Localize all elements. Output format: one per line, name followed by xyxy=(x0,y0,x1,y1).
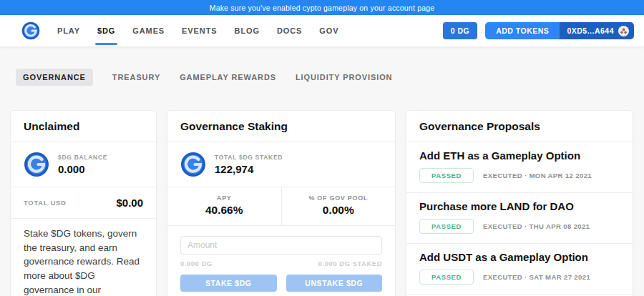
wallet-address-text: 0XD5...A644 xyxy=(567,26,614,35)
total-usd-value: $0.00 xyxy=(116,197,143,209)
proposal-date: EXECUTED · MON APR 12 2021 xyxy=(483,172,592,179)
unclaimed-card-title: Unclaimed xyxy=(11,111,156,142)
dg-balance-value: 0.000 xyxy=(58,163,107,175)
nav-item-events[interactable]: EVENTS xyxy=(182,26,217,35)
governance-description: Stake $DG tokens, govern the treasury, a… xyxy=(11,219,156,296)
cards-container: Unclaimed $DG BALANCE 0.000 TOTAL USD xyxy=(0,85,644,296)
staked-dg-hint: 0.000 DG STAKED xyxy=(318,260,382,267)
governance-proposals-card: Governance Proposals Add ETH as a Gamepl… xyxy=(406,110,633,296)
tab-governance[interactable]: GOVERNANCE xyxy=(16,69,93,86)
nav-item-play[interactable]: PLAY xyxy=(57,26,80,35)
wallet-address-button[interactable]: 0XD5...A644 xyxy=(560,22,634,39)
page: Make sure you've enabled cypto gameplay … xyxy=(0,0,644,296)
unstake-dg-button[interactable]: UNSTAKE $DG xyxy=(286,275,383,292)
status-badge: PASSED xyxy=(419,219,474,234)
navbar: PLAY $DG GAMES EVENTS BLOG DOCS GOV 0 DG… xyxy=(0,15,644,47)
nav-item-gov[interactable]: GOV xyxy=(319,26,338,35)
nav-items: PLAY $DG GAMES EVENTS BLOG DOCS GOV xyxy=(40,26,338,35)
dg-balance-label: $DG BALANCE xyxy=(58,154,107,161)
apy-label: APY xyxy=(167,194,281,202)
dg-coin-icon xyxy=(24,152,49,177)
top-notice-banner: Make sure you've enabled cypto gameplay … xyxy=(0,0,644,15)
governance-staking-card: Governance Staking TOTAL $DG STAKED 122,… xyxy=(167,110,396,296)
nav-item-dg[interactable]: $DG xyxy=(97,26,115,35)
staking-hints-row: 0.000 DG 0.000 DG STAKED xyxy=(180,260,382,267)
dg-balance-button[interactable]: 0 DG xyxy=(443,22,478,39)
proposal-date: EXECUTED · SAT MAR 27 2021 xyxy=(483,273,590,281)
dg-balance-meta: $DG BALANCE 0.000 xyxy=(58,154,107,175)
status-badge: PASSED xyxy=(419,168,474,183)
staking-card-title: Governance Staking xyxy=(167,111,395,142)
wallet-avatar-icon xyxy=(618,26,629,36)
add-tokens-button[interactable]: ADD TOKENS xyxy=(485,22,560,39)
unclaimed-card: Unclaimed $DG BALANCE 0.000 TOTAL USD xyxy=(10,110,157,296)
app-logo-icon[interactable] xyxy=(21,21,40,40)
proposal-row[interactable]: Add USDT as a Gameplay Option PASSED EXE… xyxy=(406,244,633,294)
tab-liquidity-provision[interactable]: LIQUIDITY PROVISION xyxy=(296,73,392,82)
divider xyxy=(406,294,633,295)
total-staked-meta: TOTAL $DG STAKED 122,974 xyxy=(215,154,283,175)
dg-balance-row: $DG BALANCE 0.000 xyxy=(11,142,156,187)
amount-input[interactable] xyxy=(180,236,382,255)
description-text: Stake $DG tokens, govern the treasury, a… xyxy=(24,228,140,295)
proposal-row[interactable]: Add ETH as a Gameplay Option PASSED EXEC… xyxy=(406,142,633,192)
proposal-meta: PASSED EXECUTED · SAT MAR 27 2021 xyxy=(419,270,620,285)
proposal-title: Add ETH as a Gameplay Option xyxy=(419,149,620,162)
nav-item-docs[interactable]: DOCS xyxy=(277,26,302,35)
apy-value: 40.66% xyxy=(167,204,281,217)
proposal-meta: PASSED EXECUTED · THU APR 08 2021 xyxy=(419,219,620,234)
proposal-title: Add USDT as a Gameplay Option xyxy=(419,251,620,263)
nav-item-games[interactable]: GAMES xyxy=(132,26,165,35)
gov-pool-value: 0.00% xyxy=(282,204,396,217)
navbar-right: 0 DG ADD TOKENS 0XD5...A644 xyxy=(443,22,634,39)
divider xyxy=(167,225,395,226)
dg-coin-icon xyxy=(180,152,206,177)
gov-pool-label: % OF GOV POOL xyxy=(282,194,396,202)
status-badge: PASSED xyxy=(419,270,474,285)
total-usd-label: TOTAL USD xyxy=(24,199,67,207)
proposal-title: Purchase more LAND for DAO xyxy=(419,200,620,212)
proposal-row[interactable]: Purchase more LAND for DAO PASSED EXECUT… xyxy=(406,193,633,243)
staking-stats-row: APY 40.66% % OF GOV POOL 0.00% xyxy=(167,187,395,225)
apy-stat: APY 40.66% xyxy=(167,187,281,225)
total-staked-value: 122,974 xyxy=(215,163,283,175)
stake-dg-button[interactable]: STAKE $DG xyxy=(180,275,277,292)
tab-gameplay-rewards[interactable]: GAMEPLAY REWARDS xyxy=(180,73,276,82)
subnav-tabs: GOVERNANCE TREASURY GAMEPLAY REWARDS LIQ… xyxy=(0,47,644,85)
wallet-pill: ADD TOKENS 0XD5...A644 xyxy=(485,22,634,39)
total-staked-row: TOTAL $DG STAKED 122,974 xyxy=(167,142,395,187)
total-usd-row: TOTAL USD $0.00 xyxy=(11,187,156,218)
banner-text: Make sure you've enabled cypto gameplay … xyxy=(210,4,435,12)
nav-item-blog[interactable]: BLOG xyxy=(235,26,260,35)
total-staked-label: TOTAL $DG STAKED xyxy=(215,154,283,161)
proposals-card-title: Governance Proposals xyxy=(406,111,633,142)
gov-pool-stat: % OF GOV POOL 0.00% xyxy=(281,187,396,225)
stake-buttons-row: STAKE $DG UNSTAKE $DG xyxy=(180,275,382,292)
proposal-date: EXECUTED · THU APR 08 2021 xyxy=(483,222,590,230)
tab-treasury[interactable]: TREASURY xyxy=(112,73,160,82)
proposal-meta: PASSED EXECUTED · MON APR 12 2021 xyxy=(419,168,620,183)
available-dg-hint: 0.000 DG xyxy=(180,260,213,267)
